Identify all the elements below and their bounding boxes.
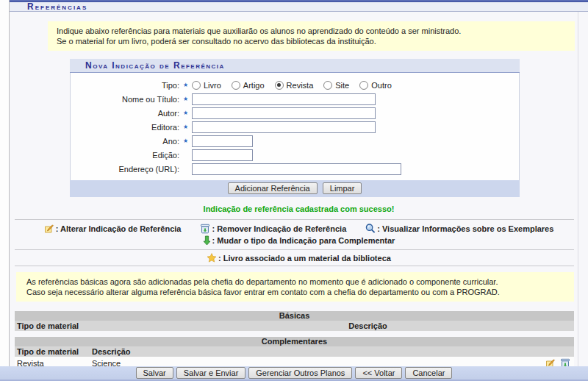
required-star-icon: ★: [179, 138, 192, 144]
radio-tipo-outro[interactable]: Outro: [359, 81, 392, 90]
radio-label: Outro: [371, 81, 392, 90]
page-header: Referências: [10, 2, 588, 12]
radio-label: Artigo: [243, 81, 265, 90]
radio-label: Revista: [287, 81, 314, 90]
form-title: Nova Indicação de Referência: [70, 59, 520, 73]
col-tipo-material: Tipo de material: [15, 321, 162, 330]
intro-line-1: Indique abaixo referências para materiai…: [57, 26, 566, 36]
form-row-edicao: Edição:: [71, 148, 519, 162]
complementares-header-row: Tipo de material Descrição: [15, 346, 574, 357]
complementares-title: Complementares: [15, 337, 574, 346]
form-row-autor: Autor: ★: [71, 106, 519, 120]
form-row-editora: Editora: ★: [71, 120, 519, 134]
legend-remove: Remover Indicação de Referência: [200, 224, 346, 234]
legend-change-type: Mudar o tipo da Indicação para Complemen…: [203, 235, 395, 246]
ano-input[interactable]: [192, 135, 253, 147]
ano-label: Ano:: [71, 137, 179, 146]
panel-right-border: [578, 12, 578, 366]
edit-icon: [44, 224, 54, 234]
new-reference-form: Nova Indicação de Referência Tipo: ★ Liv…: [70, 59, 520, 197]
nome-label: Nome ou Título:: [71, 95, 179, 104]
form-footer: Adicionar Referência Limpar: [70, 180, 520, 197]
url-input[interactable]: [192, 163, 401, 175]
clear-button[interactable]: Limpar: [323, 182, 362, 194]
required-star-icon: ★: [179, 124, 192, 130]
footer-action-bar: Salvar Salvar e Enviar Gerenciar Outros …: [0, 366, 588, 381]
basicas-table: Básicas Tipo de material Descrição: [15, 311, 574, 331]
required-star-icon: ★: [179, 110, 192, 116]
manage-other-plans-button[interactable]: Gerenciar Outros Planos: [248, 367, 352, 379]
form-row-url: Endereço (URL):: [71, 162, 519, 176]
col-descricao: Descrição: [92, 347, 574, 356]
star-icon: [207, 253, 217, 263]
radio-icon[interactable]: [232, 81, 240, 90]
references-panel: Referências Indique abaixo referências p…: [9, 0, 588, 366]
radio-icon[interactable]: [275, 81, 284, 90]
form-row-nome: Nome ou Título: ★: [71, 92, 519, 106]
radio-tipo-revista[interactable]: Revista: [275, 81, 314, 90]
notice-info-box: As referências básicas agora são adicion…: [16, 272, 574, 302]
form-body: Tipo: ★ Livro Artigo Revista: [70, 73, 520, 180]
form-row-ano: Ano: ★: [71, 134, 519, 148]
legend-row-star: Livro associado a um material da bibliot…: [10, 250, 588, 266]
radio-icon[interactable]: [359, 81, 368, 90]
legend-change-type-label: Mudar o tipo da Indicação para Complemen…: [212, 236, 395, 245]
col-descricao: Descrição: [162, 321, 574, 330]
radio-tipo-site[interactable]: Site: [323, 81, 349, 90]
legend-star-label: Livro associado a um material da bibliot…: [218, 254, 391, 263]
trash-icon: [200, 224, 210, 234]
notice-line-1: As referências básicas agora são adicion…: [26, 277, 565, 287]
legend-remove-label: Remover Indicação de Referência: [212, 224, 346, 233]
add-reference-button[interactable]: Adicionar Referência: [228, 182, 318, 194]
nome-input[interactable]: [192, 93, 376, 105]
success-message: Indicação de referência cadastrada com s…: [10, 204, 588, 213]
basicas-header-row: Tipo de material Descrição: [15, 321, 574, 331]
legend-alter-label: Alterar Indicação de Referência: [56, 224, 182, 233]
edicao-input[interactable]: [192, 149, 253, 161]
legend-star: Livro associado a um material da bibliot…: [207, 253, 391, 263]
autor-label: Autor:: [71, 109, 179, 118]
editora-input[interactable]: [192, 121, 376, 133]
autor-input[interactable]: [192, 107, 376, 119]
table-gap: [15, 331, 574, 337]
legend-row-2: Mudar o tipo da Indicação para Complemen…: [10, 235, 588, 249]
radio-icon[interactable]: [323, 81, 332, 90]
edicao-label: Edição:: [71, 151, 179, 160]
intro-info-box: Indique abaixo referências para materiai…: [48, 21, 575, 51]
radio-tipo-livro[interactable]: Livro: [192, 81, 221, 90]
legend-row-1: Alterar Indicação de Referência Remover …: [10, 220, 588, 235]
legend-view-label: Visualizar Informações sobre os Exemplar…: [377, 224, 553, 233]
references-tables: Básicas Tipo de material Descrição Compl…: [15, 311, 574, 371]
down-arrow-icon: [203, 235, 211, 246]
back-button[interactable]: << Voltar: [355, 367, 402, 379]
tipo-label: Tipo:: [71, 81, 179, 90]
radio-label: Site: [335, 81, 349, 90]
save-button[interactable]: Salvar: [136, 367, 173, 379]
legend-view: Visualizar Informações sobre os Exemplar…: [365, 224, 553, 234]
url-label: Endereço (URL):: [71, 165, 179, 174]
page-title: Referências: [27, 1, 87, 12]
required-star-icon: ★: [179, 96, 192, 102]
save-and-send-button[interactable]: Salvar e Enviar: [176, 367, 246, 379]
radio-icon[interactable]: [192, 81, 201, 90]
required-star-icon: ★: [179, 82, 192, 88]
notice-line-2: Caso seja necessário alterar alguma refe…: [26, 287, 565, 297]
radio-label: Livro: [204, 81, 221, 90]
radio-tipo-artigo[interactable]: Artigo: [232, 81, 265, 90]
legend-alter: Alterar Indicação de Referência: [44, 224, 182, 234]
form-row-tipo: Tipo: ★ Livro Artigo Revista: [71, 78, 519, 92]
cancel-button[interactable]: Cancelar: [405, 367, 452, 379]
basicas-title: Básicas: [15, 311, 574, 321]
col-tipo-material: Tipo de material: [15, 347, 92, 356]
divider: [15, 266, 574, 266]
editora-label: Editora:: [71, 123, 179, 132]
intro-line-2: Se o material for um livro, poderá ser c…: [57, 36, 566, 46]
tipo-radio-group: Livro Artigo Revista Site: [192, 81, 392, 90]
magnifier-icon: [365, 224, 376, 234]
